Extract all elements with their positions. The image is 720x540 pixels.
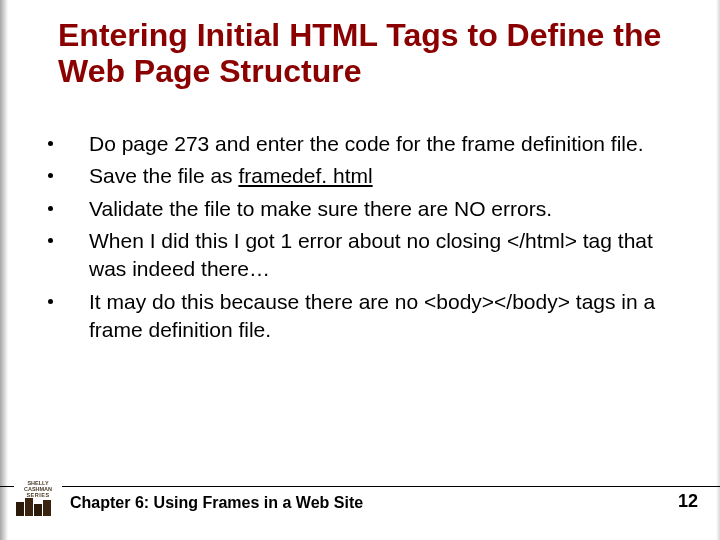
bullet-text: Do page 273 and enter the code for the f… — [71, 130, 680, 158]
bullet-item: It may do this because there are no <bod… — [48, 288, 680, 345]
bullet-icon — [48, 238, 53, 243]
bullet-icon — [48, 173, 53, 178]
bullet-item: When I did this I got 1 error about no c… — [48, 227, 680, 284]
bullet-pre: Save the file as — [89, 164, 238, 187]
svg-rect-1 — [16, 502, 24, 516]
series-logo-icon: SHELLY CASHMAN SERIES — [14, 478, 62, 518]
bullet-text: It may do this because there are no <bod… — [71, 288, 680, 345]
bullet-item: Do page 273 and enter the code for the f… — [48, 130, 680, 158]
bullet-pre: When I did this I got 1 error about no c… — [89, 229, 653, 280]
svg-rect-2 — [25, 498, 33, 516]
bullet-text: Validate the file to make sure there are… — [71, 195, 680, 223]
bullet-icon — [48, 206, 53, 211]
footer: SHELLY CASHMAN SERIES Chapter 6: Using F… — [0, 492, 720, 522]
bullet-pre: Do page 273 and enter the code for the f… — [89, 132, 644, 155]
bullet-item: Validate the file to make sure there are… — [48, 195, 680, 223]
bullet-icon — [48, 299, 53, 304]
right-shadow — [716, 0, 720, 540]
bullet-underline: framedef. html — [238, 164, 372, 187]
svg-rect-3 — [34, 504, 42, 516]
left-shadow — [0, 0, 8, 540]
bullet-item: Save the file as framedef. html — [48, 162, 680, 190]
logo-line3: SERIES — [26, 492, 49, 498]
slide-body: Do page 273 and enter the code for the f… — [48, 130, 680, 348]
page-number: 12 — [678, 491, 698, 512]
bullet-text: When I did this I got 1 error about no c… — [71, 227, 680, 284]
bullet-pre: It may do this because there are no <bod… — [89, 290, 655, 341]
bullet-text: Save the file as framedef. html — [71, 162, 680, 190]
bullet-pre: Validate the file to make sure there are… — [89, 197, 552, 220]
slide-title: Entering Initial HTML Tags to Define the… — [58, 18, 680, 90]
svg-rect-4 — [43, 500, 51, 516]
bullet-icon — [48, 141, 53, 146]
footer-chapter: Chapter 6: Using Frames in a Web Site — [70, 494, 363, 512]
footer-divider — [0, 486, 720, 487]
slide: Entering Initial HTML Tags to Define the… — [0, 0, 720, 540]
